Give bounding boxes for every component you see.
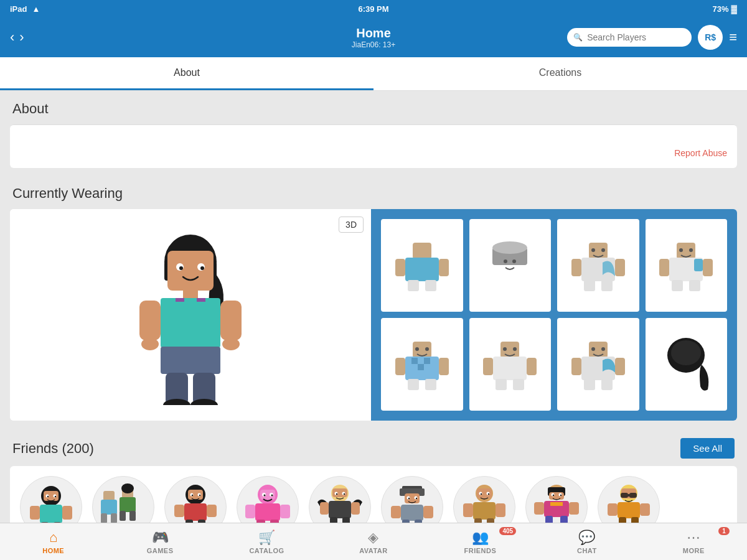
battery-icon: ▓ (731, 4, 737, 14)
friend-figure-6 (387, 482, 437, 523)
svg-point-32 (591, 248, 595, 252)
svg-rect-170 (628, 494, 629, 497)
status-time: 6:39 PM (358, 4, 388, 14)
battery-label: 73% (712, 4, 728, 14)
nav-item-games[interactable]: 🎮 GAMES (106, 523, 213, 560)
nav-item-catalog[interactable]: 🛒 CATALOG (214, 523, 320, 560)
svg-rect-114 (255, 503, 280, 521)
search-input[interactable] (567, 28, 692, 47)
status-right: 73% ▓ (712, 4, 737, 14)
svg-rect-171 (618, 502, 640, 518)
svg-rect-116 (280, 505, 290, 518)
friend-figure-5 (315, 482, 365, 523)
svg-rect-44 (703, 259, 713, 276)
nav-item-more[interactable]: 1 ⋯ MORE (641, 523, 747, 560)
nav-item-avatar[interactable]: ◈ AVATAR (320, 523, 426, 560)
item-card-4[interactable] (646, 219, 728, 312)
nav-item-friends[interactable]: 405 👥 FRIENDS (427, 523, 533, 560)
item-card-5[interactable] (381, 318, 463, 411)
friend-figure-4 (243, 482, 293, 523)
svg-rect-137 (401, 505, 423, 521)
friend-circle-9[interactable] (598, 476, 660, 523)
robux-icon: R$ (705, 32, 716, 42)
friends-badge: 405 (499, 527, 516, 535)
nav-label-more: MORE (683, 547, 705, 554)
svg-rect-38 (601, 280, 613, 291)
svg-rect-103 (184, 503, 207, 521)
item-figure-7 (570, 337, 626, 393)
friend-circle-3[interactable] (164, 476, 227, 523)
svg-rect-90 (101, 513, 107, 523)
svg-rect-168 (621, 493, 628, 498)
nav-label-home: HOME (42, 547, 64, 554)
see-all-button[interactable]: See All (680, 438, 735, 459)
item-figure-5 (394, 337, 450, 393)
svg-rect-35 (571, 259, 581, 276)
nav-item-home[interactable]: ⌂ HOME (0, 523, 106, 560)
nav-label-chat: CHAT (577, 547, 597, 554)
svg-rect-169 (629, 493, 637, 498)
svg-rect-172 (608, 503, 618, 516)
nav-title-container: Home JiaEn06: 13+ (352, 26, 395, 49)
nav-item-chat[interactable]: 💬 CHAT (533, 523, 640, 560)
svg-rect-47 (689, 280, 700, 291)
svg-rect-127 (351, 502, 360, 515)
friend-circle-5[interactable] (309, 476, 371, 523)
svg-rect-126 (320, 502, 329, 515)
svg-point-49 (415, 347, 419, 351)
wearing-container: 3D (10, 209, 737, 421)
main-content: About Report Abuse Currently Wearing 3D (0, 91, 747, 523)
item-card-2[interactable] (469, 219, 552, 312)
back-button[interactable]: ‹ (10, 30, 14, 44)
item-card-1[interactable] (381, 219, 463, 312)
svg-rect-7 (183, 289, 198, 299)
currently-wearing-heading: Currently Wearing (0, 178, 747, 209)
friend-figure-7 (459, 482, 509, 523)
friend-circle-1[interactable] (20, 476, 82, 523)
tab-about[interactable]: About (0, 57, 374, 90)
svg-rect-83 (40, 505, 62, 523)
svg-rect-148 (473, 502, 496, 520)
friend-circle-8[interactable] (525, 476, 588, 523)
friend-circle-6[interactable] (381, 476, 443, 523)
nav-label-games: GAMES (147, 547, 174, 554)
tab-creations[interactable]: Creations (374, 57, 747, 90)
item-card-6[interactable] (469, 318, 552, 411)
friend-circle-4[interactable] (237, 476, 299, 523)
svg-point-61 (513, 347, 517, 351)
forward-button[interactable]: › (19, 30, 24, 44)
three-d-button[interactable]: 3D (339, 217, 364, 233)
svg-point-5 (179, 266, 183, 270)
svg-rect-96 (129, 511, 136, 521)
item-card-7[interactable] (557, 318, 639, 411)
search-wrapper[interactable] (567, 28, 692, 47)
svg-rect-8 (161, 298, 220, 348)
item-card-8[interactable] (646, 318, 728, 411)
svg-rect-132 (405, 493, 420, 503)
status-left: iPad ▲ (10, 4, 40, 14)
item-card-3[interactable] (557, 219, 639, 312)
svg-rect-36 (615, 259, 625, 276)
svg-rect-58 (425, 379, 436, 390)
svg-point-146 (481, 493, 482, 495)
nav-label-avatar: AVATAR (359, 547, 388, 554)
svg-point-76 (671, 340, 701, 365)
svg-point-136 (416, 498, 417, 499)
robux-button[interactable]: R$ (698, 25, 723, 50)
svg-rect-149 (463, 503, 473, 517)
nav-right: R$ ≡ (567, 25, 737, 50)
friend-circle-7[interactable] (453, 476, 515, 523)
svg-point-113 (271, 495, 273, 497)
menu-button[interactable]: ≡ (729, 29, 737, 45)
svg-rect-63 (483, 358, 493, 375)
svg-rect-24 (408, 280, 419, 291)
report-abuse-link[interactable]: Report Abuse (674, 148, 727, 158)
svg-rect-64 (527, 358, 537, 375)
games-icon: 🎮 (152, 530, 169, 546)
items-panel (371, 209, 737, 421)
more-icon: ⋯ (687, 530, 700, 546)
svg-rect-43 (659, 259, 669, 276)
svg-rect-11 (139, 301, 161, 340)
friend-circle-2[interactable] (92, 476, 154, 523)
svg-rect-95 (120, 511, 126, 521)
